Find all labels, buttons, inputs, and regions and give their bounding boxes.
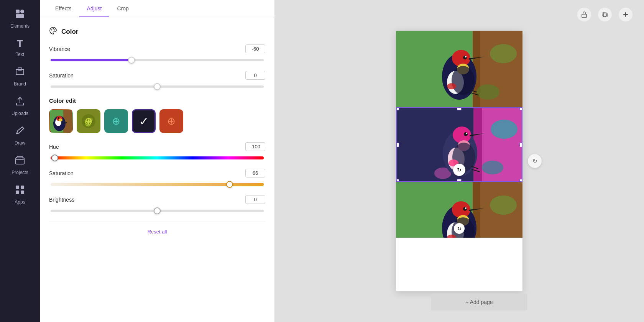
svg-point-62 — [463, 207, 467, 211]
brand-icon — [15, 66, 25, 79]
vibrance-value[interactable]: -60 — [245, 44, 265, 53]
color-preset-orange[interactable]: ⊕ — [159, 109, 183, 133]
sidebar-item-uploads-label: Uploads — [12, 111, 28, 116]
panel-tabs: Effects Adjust Crop — [40, 0, 274, 17]
bird-card-1[interactable] — [396, 31, 522, 107]
saturation1-row: Saturation 0 — [49, 71, 265, 90]
saturation2-fill — [51, 183, 230, 186]
text-icon: T — [17, 38, 23, 50]
saturation1-slider[interactable] — [49, 83, 265, 90]
reset-all-button[interactable]: Reset all — [49, 229, 265, 235]
sidebar-item-apps-label: Apps — [15, 199, 25, 205]
saturation2-row: Saturation 66 — [49, 169, 265, 188]
brightness-thumb[interactable] — [154, 207, 161, 214]
vibrance-thumb[interactable] — [128, 57, 135, 64]
hue-slider[interactable] — [49, 154, 265, 162]
color-preset-dark[interactable]: ✓ — [132, 109, 156, 133]
svg-point-30 — [476, 84, 499, 100]
saturation1-label: Saturation — [49, 72, 74, 79]
svg-point-37 — [465, 56, 467, 58]
sidebar-item-elements[interactable]: Elements — [3, 5, 37, 33]
svg-point-56 — [490, 196, 517, 215]
color-section-header: Color — [49, 26, 265, 37]
refresh-icon-3[interactable]: ↻ — [454, 223, 465, 234]
svg-point-1 — [20, 10, 24, 13]
refresh-button[interactable]: ↻ — [453, 164, 465, 176]
sidebar-item-projects[interactable]: Projects — [3, 151, 37, 179]
svg-point-63 — [465, 207, 467, 209]
color-preset-olive[interactable]: ⚙ ⚙ ⊕ — [77, 109, 100, 133]
brightness-label: Brightness — [49, 197, 74, 203]
tab-effects[interactable]: Effects — [48, 0, 79, 17]
canvas-area: ↻ — [274, 0, 644, 322]
canvas-page: ↻ — [396, 31, 522, 291]
saturation1-value[interactable]: 0 — [245, 71, 265, 80]
saturation2-slider[interactable] — [49, 181, 265, 188]
saturation2-label: Saturation — [49, 170, 74, 176]
preset-olive-icon: ⊕ — [84, 115, 93, 127]
bird-card-3[interactable]: ↻ — [396, 182, 522, 238]
svg-point-10 — [51, 30, 53, 31]
hue-thumb[interactable] — [51, 154, 58, 161]
sidebar-item-draw-label: Draw — [15, 140, 25, 146]
duplicate-icon-button[interactable] — [598, 8, 612, 21]
sidebar-item-draw[interactable]: Draw — [3, 122, 37, 150]
svg-rect-9 — [21, 191, 24, 194]
bird-card-2[interactable]: ↻ — [396, 107, 522, 182]
svg-point-11 — [53, 28, 54, 30]
sidebar: Elements T Text Brand Uploads — [0, 0, 40, 322]
sidebar-item-uploads[interactable]: Uploads — [3, 92, 37, 120]
saturation2-value[interactable]: 66 — [245, 169, 265, 177]
svg-point-19 — [58, 117, 59, 119]
sidebar-item-brand[interactable]: Brand — [3, 62, 37, 90]
svg-point-42 — [491, 120, 518, 139]
svg-rect-5 — [16, 158, 24, 164]
color-preset-original[interactable] — [49, 109, 73, 133]
vibrance-slider[interactable] — [49, 56, 265, 64]
hue-row: Hue -100 — [49, 142, 265, 162]
canvas-page-wrapper: ↻ — [396, 31, 522, 291]
color-preset-teal[interactable]: ⊕ — [104, 109, 128, 133]
apps-icon — [15, 184, 25, 197]
brightness-slider[interactable] — [49, 207, 265, 215]
regenerate-button[interactable]: ↻ — [528, 154, 542, 168]
panel-content: Color Vibrance -60 Saturation 0 — [40, 17, 274, 322]
lock-icon-button[interactable] — [577, 8, 591, 21]
hue-label: Hue — [49, 144, 59, 150]
vibrance-label: Vibrance — [49, 46, 70, 52]
sidebar-item-projects-label: Projects — [12, 170, 28, 175]
color-presets: ⚙ ⚙ ⊕ ⊕ ✓ — [49, 109, 265, 133]
brightness-value[interactable]: 0 — [245, 195, 265, 204]
svg-point-51 — [466, 133, 467, 134]
svg-point-18 — [59, 118, 62, 122]
sidebar-item-text-label: Text — [16, 52, 24, 57]
tab-adjust[interactable]: Adjust — [79, 0, 110, 17]
sidebar-item-brand-label: Brand — [14, 81, 26, 87]
hue-value[interactable]: -100 — [245, 142, 265, 151]
add-icon-button[interactable] — [619, 8, 632, 21]
vibrance-fill — [51, 59, 131, 61]
bird-svg-1 — [396, 31, 522, 107]
svg-point-43 — [482, 161, 503, 174]
svg-rect-7 — [21, 186, 24, 189]
svg-point-50 — [464, 132, 468, 136]
uploads-icon — [15, 96, 25, 109]
adjust-panel: Effects Adjust Crop Color Vibrance -60 — [40, 0, 274, 322]
saturation1-fill — [51, 85, 157, 88]
elements-icon — [15, 8, 25, 21]
saturation1-thumb[interactable] — [154, 83, 161, 90]
sidebar-item-text[interactable]: T Text — [3, 34, 37, 61]
color-edit-label: Color edit — [49, 97, 265, 104]
brightness-row: Brightness 0 — [49, 195, 265, 215]
add-page-button[interactable]: + Add page — [431, 294, 527, 310]
preset-dark-icon: ✓ — [139, 115, 149, 128]
svg-point-12 — [54, 30, 56, 31]
svg-rect-6 — [16, 186, 19, 189]
saturation2-thumb[interactable] — [226, 181, 233, 188]
svg-rect-23 — [582, 14, 586, 18]
preset-orange-icon: ⊕ — [167, 115, 176, 127]
projects-icon — [15, 155, 25, 168]
tab-crop[interactable]: Crop — [109, 0, 136, 17]
canvas-toolbar-icons — [577, 8, 632, 21]
sidebar-item-apps[interactable]: Apps — [3, 181, 37, 209]
